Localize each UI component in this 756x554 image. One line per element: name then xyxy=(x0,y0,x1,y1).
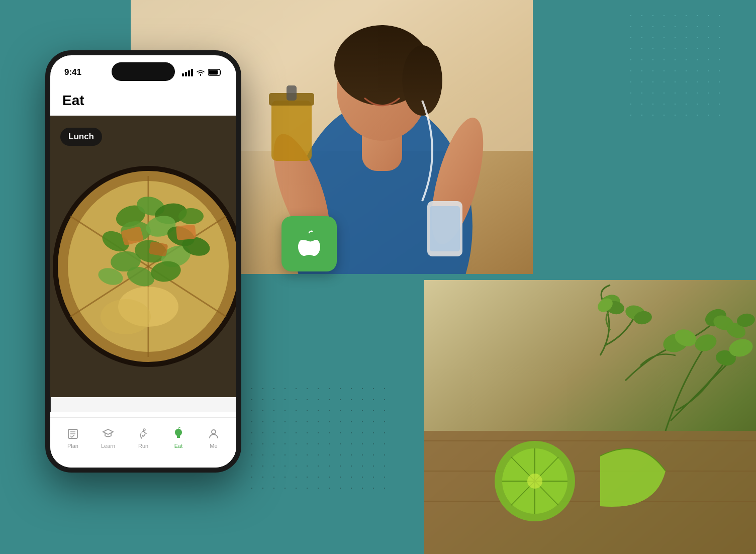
nav-label-eat: Eat xyxy=(174,443,183,449)
dot-pattern-bottom-center xyxy=(246,383,387,494)
svg-point-6 xyxy=(402,45,442,116)
nav-label-plan: Plan xyxy=(67,443,78,449)
svg-rect-13 xyxy=(430,206,460,251)
bottom-navigation: Plan Learn Run xyxy=(50,417,236,468)
svg-point-73 xyxy=(212,430,216,434)
signal-icon xyxy=(182,69,193,76)
nav-label-me: Me xyxy=(210,443,217,449)
svg-point-72 xyxy=(143,429,145,431)
app-title: Eat xyxy=(62,93,84,109)
battery-icon xyxy=(208,69,222,76)
svg-point-25 xyxy=(527,474,542,489)
food-background xyxy=(50,116,236,397)
svg-point-56 xyxy=(178,208,204,224)
phone-mockup: 9:41 Eat xyxy=(45,50,241,473)
green-apple-badge xyxy=(281,216,337,271)
apple-icon xyxy=(295,229,323,259)
food-image-area: Lunch xyxy=(50,116,236,397)
herbs-photo-overlay xyxy=(424,280,756,554)
nav-item-plan[interactable]: Plan xyxy=(66,427,80,449)
plan-icon xyxy=(66,427,80,441)
svg-point-68 xyxy=(101,299,151,334)
dot-pattern-top-right xyxy=(625,10,726,121)
photo-herbs xyxy=(424,280,756,554)
me-icon xyxy=(207,427,221,441)
dynamic-island xyxy=(112,62,175,81)
meal-type-badge: Lunch xyxy=(60,128,102,146)
svg-rect-41 xyxy=(209,70,218,75)
nav-item-eat[interactable]: Eat xyxy=(171,427,185,449)
nav-label-learn: Learn xyxy=(101,443,115,449)
svg-rect-15 xyxy=(424,431,756,554)
food-svg xyxy=(50,116,236,397)
nav-item-me[interactable]: Me xyxy=(207,427,221,449)
eat-icon xyxy=(171,427,185,441)
nav-item-run[interactable]: Run xyxy=(136,427,150,449)
nav-label-run: Run xyxy=(138,443,148,449)
wifi-icon xyxy=(196,69,205,76)
herbs-svg xyxy=(424,280,756,554)
svg-rect-9 xyxy=(271,101,312,161)
phone-app-header: Eat xyxy=(50,85,236,116)
svg-rect-11 xyxy=(287,85,297,101)
run-icon xyxy=(136,427,150,441)
learn-icon xyxy=(101,427,115,441)
status-icons xyxy=(182,69,222,76)
svg-rect-63 xyxy=(176,225,196,240)
nav-item-learn[interactable]: Learn xyxy=(101,427,115,449)
status-time: 9:41 xyxy=(64,67,81,77)
